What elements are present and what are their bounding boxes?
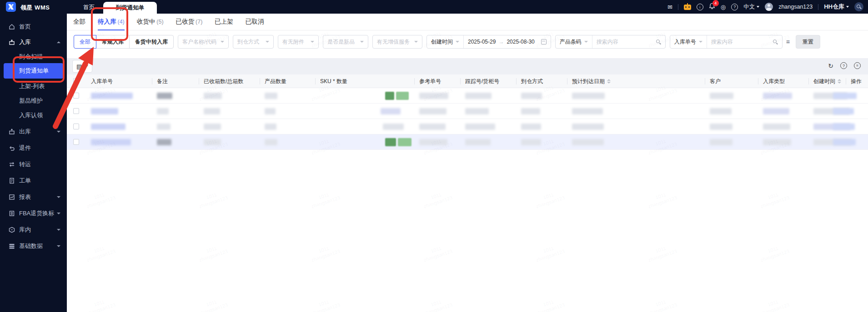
sidebar-item-warehouse-ops[interactable]: 库内 — [0, 223, 67, 237]
reset-button[interactable]: 重置 — [796, 35, 820, 49]
redacted-sku-badge — [398, 138, 411, 146]
download-icon[interactable]: ↓ — [697, 4, 703, 10]
date-range-input[interactable]: 2025-05-29 → 2025-08-30 — [464, 39, 551, 45]
redacted-value — [91, 93, 133, 99]
tab-count: (5) — [156, 19, 163, 25]
table-row[interactable] — [67, 119, 868, 134]
customer-select[interactable]: 客户名称/代码 — [178, 35, 229, 49]
sidebar-item-label: 新品维护 — [19, 97, 43, 105]
redacted-value — [204, 93, 222, 99]
sidebar-item-label: 出库 — [19, 128, 31, 136]
order-field-label: 入库单号 — [674, 38, 696, 46]
barcode-field-select[interactable]: 产品条码 — [556, 35, 592, 48]
redacted-value — [91, 139, 131, 145]
sidebar-item-returns[interactable]: 退件 — [0, 141, 67, 155]
fba-relabel-icon — [9, 210, 15, 217]
table-row-highlighted[interactable] — [67, 134, 868, 150]
topbar-tab-arrival-notice[interactable]: 到货通知单 — [103, 2, 157, 14]
col-inbound-order-no: 入库单号 — [91, 74, 113, 88]
mail-icon[interactable]: ✉ — [667, 4, 672, 10]
row-checkbox[interactable] — [73, 108, 79, 114]
tab-received[interactable]: 已收货 (7) — [176, 14, 203, 30]
help-icon[interactable]: ? — [731, 4, 738, 10]
column-settings-icon[interactable]: ≡ — [854, 62, 861, 69]
table-row[interactable] — [67, 104, 868, 119]
sidebar-item-inbound-claim[interactable]: 入库认领 — [0, 109, 67, 122]
sidebar-item-arrival-scan[interactable]: 到仓扫描 — [0, 50, 67, 64]
redacted-value — [572, 108, 603, 114]
warehouse-switcher[interactable]: HH仓库 — [824, 3, 849, 11]
sidebar-item-transfer[interactable]: 转运 — [0, 158, 67, 171]
start-date: 2025-05-29 — [468, 39, 496, 45]
row-checkbox[interactable] — [73, 93, 79, 99]
sidebar-item-inbound[interactable]: 入库 — [0, 35, 67, 49]
col-remark: 备注 — [157, 74, 168, 88]
select-all-checkbox[interactable] — [73, 78, 79, 84]
redacted-value — [465, 93, 492, 99]
sort-icon[interactable] — [838, 79, 841, 84]
row-checkbox[interactable] — [73, 139, 79, 145]
inbound-icon — [9, 39, 15, 45]
new-product-select[interactable]: 是否是新品 — [323, 35, 368, 49]
redacted-value — [521, 139, 541, 145]
sidebar-item-label: FBA退货换标 — [19, 209, 54, 218]
sidebar-item-fba-relabel[interactable]: FBA退货换标 — [0, 207, 67, 220]
filter-type-transit-button[interactable]: 备货中转入库 — [129, 35, 174, 49]
chevron-down-icon — [360, 41, 364, 43]
col-label: 创建时间 — [813, 78, 835, 85]
col-received-boxes: 已收箱数/总箱数 — [204, 74, 243, 88]
chevron-down-icon — [846, 6, 849, 8]
sidebar-item-home[interactable]: 首页 — [0, 20, 67, 34]
sidebar-item-outbound[interactable]: 出库 — [0, 125, 67, 139]
sidebar-item-arrival-notice[interactable]: 到货通知单 — [4, 63, 63, 79]
redacted-sku-badge — [385, 138, 396, 146]
redacted-value — [710, 124, 733, 130]
tab-pending-inbound[interactable]: 待入库 (4) — [98, 14, 125, 30]
assistant-robot-icon[interactable] — [684, 5, 691, 10]
arrival-method-select[interactable]: 到仓方式 — [233, 35, 274, 49]
attachment-select[interactable]: 有无附件 — [278, 35, 319, 49]
sidebar-item-new-product[interactable]: 新品维护 — [0, 94, 67, 108]
tab-receiving[interactable]: 收货中 (5) — [137, 14, 164, 30]
language-switcher[interactable]: 中文 — [743, 3, 759, 11]
record-icon[interactable]: ◎ — [721, 4, 726, 10]
row-checkbox[interactable] — [73, 124, 79, 129]
tab-cancelled[interactable]: 已取消 — [246, 14, 264, 30]
global-search-icon[interactable] — [854, 2, 863, 11]
calendar-icon — [541, 39, 547, 45]
tab-shelved[interactable]: 已上架 — [215, 14, 233, 30]
filter-type-all-button[interactable]: 全部 — [74, 35, 96, 49]
tab-all[interactable]: 全部 — [73, 14, 85, 30]
notifications-bell-icon[interactable]: 4 — [709, 3, 715, 11]
sidebar-item-base-data[interactable]: 基础数据 — [0, 239, 67, 253]
help-icon[interactable]: ? — [840, 62, 847, 69]
sidebar-item-work-order[interactable]: 工单 — [0, 174, 67, 188]
date-field-select[interactable]: 创建时间 — [427, 35, 464, 48]
sidebar-item-putaway-list[interactable]: 上架-列表 — [0, 79, 67, 93]
returns-icon — [9, 145, 15, 151]
refresh-icon[interactable]: ↻ — [828, 63, 833, 69]
topbar-tab-home[interactable]: 首页 — [83, 4, 95, 11]
sidebar-item-reports[interactable]: 报表 — [0, 190, 67, 204]
sidebar-item-label: 上架-列表 — [19, 82, 45, 90]
barcode-search-input[interactable]: 搜索内容 — [592, 38, 665, 46]
redacted-value — [521, 108, 540, 114]
batch-search-icon[interactable]: ≡ — [786, 38, 790, 45]
search-icon — [656, 39, 661, 45]
redacted-value — [419, 139, 447, 145]
chevron-down-icon — [57, 245, 60, 247]
order-search-input[interactable]: 搜索内容 — [707, 38, 782, 46]
redacted-value — [763, 139, 791, 145]
redacted-action-links — [833, 108, 854, 114]
redacted-value — [157, 139, 171, 145]
table-row[interactable] — [67, 88, 868, 104]
order-field-select[interactable]: 入库单号 — [670, 35, 707, 48]
value-added-select[interactable]: 有无增值服务 — [372, 35, 422, 49]
avatar[interactable] — [765, 3, 773, 11]
date-range-filter: 创建时间 2025-05-29 → 2025-08-30 — [426, 35, 551, 49]
filter-type-regular-button[interactable]: 常规入库 — [96, 35, 130, 49]
chevron-down-icon — [456, 41, 459, 43]
export-menu-button[interactable]: ▤ — [72, 60, 92, 73]
chevron-up-icon — [57, 41, 60, 43]
sort-icon[interactable] — [607, 79, 611, 84]
